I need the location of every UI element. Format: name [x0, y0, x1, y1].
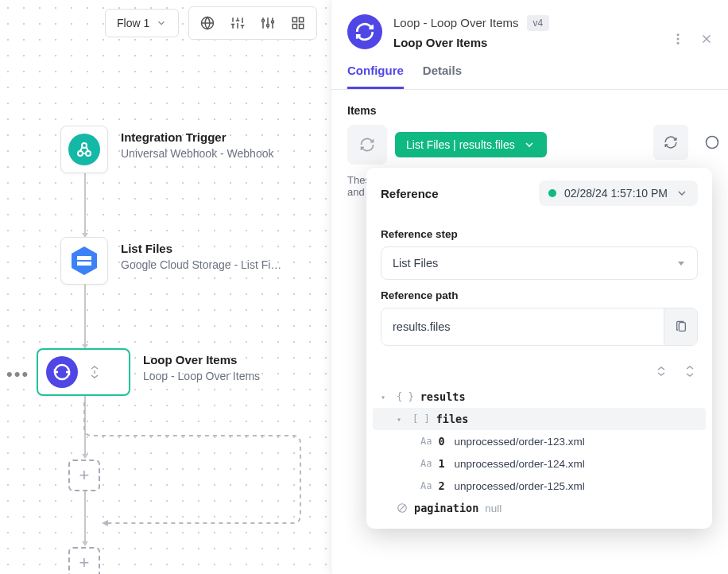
- tree-key: results: [420, 390, 466, 403]
- tree-value: unprocessed/order-123.xml: [454, 436, 584, 448]
- caret-down-icon: [676, 258, 686, 268]
- svg-rect-20: [292, 17, 296, 21]
- tree-index: 2: [438, 479, 447, 492]
- tree-row-results[interactable]: ▾ { } results: [373, 386, 706, 408]
- loop-icon: [46, 356, 78, 388]
- connector-line: [84, 491, 86, 545]
- null-type-icon: [397, 502, 408, 514]
- tree-index: 0: [438, 435, 447, 448]
- node-subtitle: Loop - Loop Over Items: [143, 370, 260, 382]
- loop-chip-icon: [347, 125, 387, 165]
- string-type-icon: Aa: [420, 458, 432, 469]
- webhook-icon: [68, 134, 100, 165]
- svg-point-13: [262, 20, 265, 22]
- array-type-icon: [ ]: [412, 413, 430, 425]
- panel-actions: [671, 32, 714, 46]
- collapse-expand-icon[interactable]: [89, 365, 100, 379]
- svg-point-16: [267, 25, 269, 27]
- tree-row-file-item[interactable]: Aa 2 unprocessed/order-125.xml: [373, 475, 706, 497]
- tree-value: unprocessed/order-124.xml: [454, 458, 584, 470]
- json-tree: ▾ { } results ▾ [ ] files Aa 0 unprocess…: [366, 386, 712, 529]
- node-title: Loop Over Items: [143, 353, 260, 367]
- status-dot-icon: [548, 189, 556, 197]
- tree-key: pagination: [414, 502, 478, 514]
- refresh-icon[interactable]: [653, 125, 688, 160]
- connector-line: [84, 285, 86, 348]
- reference-pill[interactable]: List Files | results.files: [395, 132, 547, 157]
- circle-icon[interactable]: [696, 125, 728, 160]
- settings-sliders-icon[interactable]: [253, 12, 283, 34]
- add-step-button[interactable]: +: [68, 547, 100, 574]
- sliders-icon[interactable]: [223, 12, 253, 34]
- svg-point-33: [677, 38, 680, 41]
- node-loop-over-items[interactable]: Loop Over Items Loop - Loop Over Items: [37, 348, 260, 396]
- side-icons: [653, 125, 728, 160]
- node-icon-wrap: [37, 348, 130, 396]
- tree-row-file-item[interactable]: Aa 0 unprocessed/order-123.xml: [373, 430, 706, 452]
- object-type-icon: { }: [397, 391, 414, 402]
- svg-rect-39: [679, 323, 685, 332]
- node-list-files[interactable]: List Files Google Cloud Storage - List F…: [60, 237, 281, 285]
- svg-point-34: [677, 42, 680, 45]
- panel-title-row: Loop - Loop Over Items v4: [393, 15, 712, 31]
- collapse-all-icon[interactable]: [653, 363, 669, 379]
- svg-rect-30: [77, 262, 91, 266]
- node-title: List Files: [121, 242, 281, 255]
- node-icon-wrap: [60, 126, 108, 173]
- reference-body: Reference step List Files Reference path: [366, 228, 712, 357]
- chevron-down-icon: ▾: [397, 415, 406, 424]
- svg-point-27: [82, 143, 87, 148]
- node-integration-trigger[interactable]: Integration Trigger Universal Webhook - …: [60, 126, 273, 173]
- svg-marker-28: [72, 246, 97, 275]
- node-labels: Loop Over Items Loop - Loop Over Items: [143, 348, 260, 382]
- reference-path-label: Reference path: [381, 289, 698, 301]
- tree-controls: [366, 357, 712, 386]
- tree-row-files[interactable]: ▾ [ ] files: [373, 408, 706, 430]
- panel-header: Loop - Loop Over Items v4 Loop Over Item…: [331, 0, 728, 49]
- close-icon[interactable]: [699, 32, 714, 46]
- timestamp-dropdown[interactable]: 02/28/24 1:57:10 PM: [539, 180, 698, 206]
- svg-line-41: [399, 505, 405, 511]
- svg-point-37: [707, 137, 718, 149]
- globe-icon[interactable]: [192, 12, 223, 34]
- svg-marker-38: [678, 262, 684, 266]
- items-label: Items: [347, 104, 712, 117]
- connector-line: [84, 396, 86, 458]
- node-subtitle: Universal Webhook - Webhook: [121, 147, 273, 160]
- chevron-down-icon: ▾: [381, 393, 390, 401]
- node-labels: Integration Trigger Universal Webhook - …: [121, 126, 273, 160]
- chevron-down-icon: [523, 138, 536, 151]
- more-options-icon[interactable]: •••: [6, 364, 29, 385]
- svg-point-19: [272, 21, 274, 23]
- expand-all-icon[interactable]: [682, 363, 698, 379]
- grid-icon[interactable]: [283, 12, 313, 34]
- string-type-icon: Aa: [420, 480, 432, 491]
- more-vertical-icon[interactable]: [671, 32, 685, 46]
- node-title: Integration Trigger: [121, 130, 273, 144]
- tree-row-file-item[interactable]: Aa 1 unprocessed/order-124.xml: [373, 452, 706, 475]
- pill-text: List Files | results.files: [406, 138, 515, 151]
- add-step-button[interactable]: +: [68, 460, 100, 491]
- reference-step-select[interactable]: List Files: [381, 246, 698, 280]
- panel-subtitle: Loop Over Items: [393, 36, 712, 49]
- flow-selector-dropdown[interactable]: Flow 1: [105, 9, 179, 37]
- reference-step-value: List Files: [393, 257, 438, 270]
- toolbar-icon-group: [188, 6, 317, 40]
- tree-value: unprocessed/order-125.xml: [454, 480, 584, 492]
- svg-rect-23: [292, 25, 296, 29]
- string-type-icon: Aa: [420, 436, 432, 447]
- reference-path-input[interactable]: [381, 310, 664, 343]
- clipboard-icon[interactable]: [664, 308, 697, 345]
- node-subtitle: Google Cloud Storage - List Fi…: [121, 258, 281, 271]
- top-toolbar: Flow 1: [105, 6, 317, 40]
- tab-configure[interactable]: Configure: [347, 64, 404, 89]
- reference-title: Reference: [381, 187, 439, 200]
- reference-path-field: [381, 308, 698, 346]
- tree-value: null: [485, 502, 501, 514]
- node-labels: List Files Google Cloud Storage - List F…: [121, 237, 281, 271]
- panel-tabs: Configure Details: [331, 49, 728, 90]
- loop-icon: [347, 14, 382, 49]
- tab-details[interactable]: Details: [423, 64, 462, 89]
- tree-row-pagination[interactable]: pagination null: [373, 497, 706, 519]
- panel-title: Loop - Loop Over Items: [393, 16, 519, 29]
